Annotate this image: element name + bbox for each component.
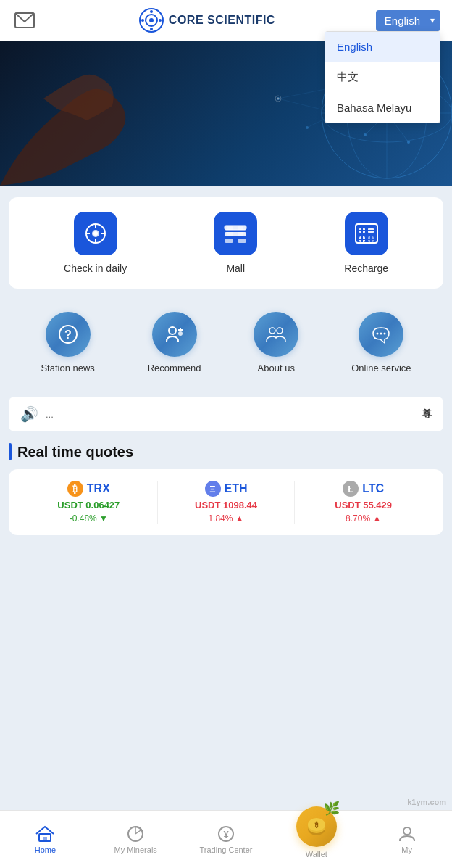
quotes-title-text: Real time quotes (17, 444, 133, 460)
check-in-icon (74, 212, 117, 255)
eth-price: USDT 1098.44 (195, 500, 257, 511)
svg-point-31 (277, 98, 280, 100)
about-us-icon (254, 312, 298, 357)
mall-label: Mall (226, 263, 245, 274)
trx-coin-row: ₿ TRX (67, 481, 110, 497)
nav-trading-center-label: Trading Center (200, 846, 253, 854)
recharge-icon (345, 212, 388, 255)
nav-wallet[interactable]: ₿ 🌿 Wallet (271, 821, 361, 859)
eth-change: 1.84% ▲ (208, 513, 243, 524)
svg-rect-46 (225, 239, 233, 243)
quick-actions-card: Check in daily Mall (9, 197, 443, 289)
check-in-daily-action[interactable]: Check in daily (64, 212, 127, 274)
svg-rect-44 (227, 232, 233, 236)
nav-wallet-label: Wallet (306, 850, 327, 859)
svg-point-67 (277, 328, 282, 334)
svg-point-3 (149, 18, 154, 22)
svg-point-69 (380, 333, 382, 335)
selected-language: English (385, 15, 420, 27)
eth-coin-icon: Ξ (205, 481, 221, 497)
wallet-button[interactable]: ₿ 🌿 (296, 806, 337, 847)
recommend-item[interactable]: Recommend (148, 312, 201, 373)
svg-point-82 (403, 827, 411, 835)
header-logo: CORE SCIENTIFIC (138, 7, 275, 33)
station-news-label: Station news (41, 363, 94, 373)
recharge-action[interactable]: Recharge (344, 212, 388, 274)
svg-point-7 (159, 19, 162, 22)
core-scientific-logo-icon (138, 7, 164, 33)
online-service-item[interactable]: Online service (351, 312, 411, 373)
quotes-title-bar (9, 443, 12, 460)
mall-action[interactable]: Mall (214, 212, 257, 274)
mall-icon (214, 212, 257, 255)
svg-rect-42 (238, 226, 243, 230)
svg-rect-48 (356, 224, 377, 243)
station-news-item[interactable]: ? Station news (41, 312, 94, 373)
svg-point-5 (150, 28, 153, 30)
about-us-label: About us (258, 363, 295, 373)
quote-ltc[interactable]: Ł LTC USDT 55.429 8.70% ▲ (294, 481, 432, 524)
ltc-price: USDT 55.429 (335, 500, 392, 511)
online-service-icon (359, 312, 403, 357)
svg-line-75 (135, 830, 141, 834)
svg-rect-47 (238, 239, 246, 243)
announcement-right-text: 尊 (422, 408, 432, 421)
lang-option-malay[interactable]: Bahasa Melayu (325, 93, 440, 123)
svg-text:?: ? (64, 328, 72, 341)
header: CORE SCIENTIFIC English English 中文 Bahas… (0, 0, 452, 41)
quotes-title: Real time quotes (9, 443, 443, 460)
quote-trx[interactable]: ₿ TRX USDT 0.06427 -0.48% ▼ (20, 481, 157, 524)
trx-price: USDT 0.06427 (57, 500, 120, 511)
lang-option-english[interactable]: English (325, 32, 440, 62)
wallet-icon: ₿ (306, 817, 327, 836)
about-us-item[interactable]: About us (254, 312, 298, 373)
hand-silhouette (0, 55, 159, 186)
svg-point-63 (178, 331, 183, 336)
recommend-label: Recommend (148, 363, 201, 373)
nav-my[interactable]: My (361, 825, 452, 854)
nav-my-minerals-label: My Minerals (114, 846, 157, 854)
quotes-card: ₿ TRX USDT 0.06427 -0.48% ▼ Ξ ETH USDT 1… (9, 469, 443, 535)
station-news-icon: ? (46, 312, 91, 357)
recommend-icon (152, 312, 197, 357)
online-service-label: Online service (351, 363, 411, 373)
svg-point-38 (93, 231, 98, 236)
my-minerals-icon (126, 825, 145, 843)
check-in-label: Check in daily (64, 263, 127, 274)
my-icon (398, 825, 417, 843)
watermark: k1ym.com (407, 798, 446, 806)
trx-coin-name: TRX (87, 482, 110, 495)
svg-rect-45 (238, 232, 243, 236)
svg-point-62 (169, 327, 176, 334)
language-selector[interactable]: English English 中文 Bahasa Melayu (376, 10, 440, 31)
speaker-icon: 🔊 (20, 405, 38, 423)
trx-change: -0.48% ▼ (70, 513, 108, 524)
logo-text: CORE SCIENTIFIC (169, 14, 275, 27)
svg-point-4 (150, 10, 153, 13)
quote-eth[interactable]: Ξ ETH USDT 1098.44 1.84% ▲ (157, 481, 295, 524)
svg-point-68 (377, 333, 379, 335)
eth-coin-row: Ξ ETH (205, 481, 248, 497)
nav-icons-row: ? Station news Recommend About us (9, 300, 443, 385)
wallet-leaf-icon: 🌿 (324, 801, 340, 817)
ltc-coin-name: LTC (362, 482, 384, 495)
svg-point-66 (269, 328, 275, 334)
quotes-section: Real time quotes ₿ TRX USDT 0.06427 -0.4… (9, 443, 443, 535)
nav-trading-center[interactable]: ¥ Trading Center (181, 825, 272, 854)
language-dropdown: English 中文 Bahasa Melayu (325, 31, 440, 123)
svg-rect-41 (227, 226, 233, 230)
lang-option-chinese[interactable]: 中文 (325, 62, 440, 93)
nav-my-minerals[interactable]: My Minerals (91, 825, 181, 854)
recharge-label: Recharge (344, 263, 388, 274)
eth-coin-name: ETH (225, 482, 248, 495)
nav-home[interactable]: Home (0, 825, 91, 854)
language-button[interactable]: English (376, 10, 440, 31)
ltc-coin-row: Ł LTC (343, 481, 384, 497)
trx-coin-icon: ₿ (67, 481, 83, 497)
ltc-coin-icon: Ł (343, 481, 359, 497)
svg-rect-72 (43, 837, 47, 841)
mail-icon[interactable] (12, 7, 38, 33)
ltc-change: 8.70% ▲ (346, 513, 381, 524)
nav-home-label: Home (35, 846, 56, 854)
bottom-navigation: Home My Minerals ¥ Trading Center ₿ 🌿 Wa… (0, 810, 452, 868)
